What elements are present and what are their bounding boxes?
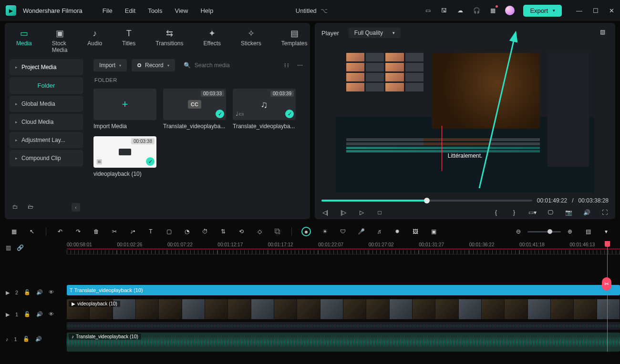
preview-viewport[interactable]: Littéralement. <box>336 41 594 192</box>
tab-stock[interactable]: ▣Stock Media <box>52 29 68 53</box>
mark-in-button[interactable]: { <box>492 209 500 216</box>
mute-icon[interactable]: 🔊 <box>36 289 43 296</box>
view-mode-icon[interactable]: ▤ <box>584 227 592 236</box>
marker-tool-icon[interactable]: ✹ <box>393 227 402 236</box>
zoom-in-button[interactable]: ⊕ <box>566 227 574 236</box>
quality-selector[interactable]: Full Quality▾ <box>349 28 401 38</box>
headphones-icon[interactable]: 🎧 <box>473 7 480 14</box>
import-button[interactable]: Import▾ <box>93 59 127 71</box>
next-frame-button[interactable]: |▷ <box>340 209 347 216</box>
prev-frame-button[interactable]: ◁| <box>321 209 329 216</box>
sidebar-global-media[interactable]: ▸Global Media <box>10 96 83 112</box>
camera-icon[interactable]: 📷 <box>565 209 572 216</box>
scrub-knob[interactable] <box>424 198 430 203</box>
volume-icon[interactable]: 🔊 <box>583 209 590 216</box>
fullscreen-icon[interactable]: ⛶ <box>601 209 609 216</box>
stop-button[interactable]: □ <box>376 209 383 216</box>
undo-button[interactable]: ↶ <box>56 227 64 236</box>
tab-media[interactable]: ▭Media <box>16 29 32 53</box>
video-clip[interactable]: ▶videoplayback (10) <box>67 299 620 319</box>
minimize-button[interactable]: — <box>576 7 582 14</box>
track-header-audio[interactable]: ♪1 🔓 🔊 <box>0 327 67 352</box>
media-card[interactable]: ▣00:03:38✓ videoplayback (10) <box>93 136 156 177</box>
tab-effects[interactable]: ✦Effects <box>204 29 221 53</box>
grid-icon[interactable]: ▦ <box>10 227 18 236</box>
sidebar-compound-clip[interactable]: ▸Compound Clip <box>10 150 83 166</box>
delete-button[interactable]: 🗑 <box>92 227 101 236</box>
menu-help[interactable]: Help <box>200 7 213 14</box>
tab-titles[interactable]: TTitles <box>122 29 135 53</box>
menu-tools[interactable]: Tools <box>148 7 162 14</box>
speed-tool-icon[interactable]: ◔ <box>183 227 191 236</box>
mark-out-button[interactable]: } <box>510 209 518 216</box>
mic-icon[interactable]: 🎤 <box>357 227 365 236</box>
settings-dot-icon[interactable]: ▾ <box>602 227 610 236</box>
folder-icon[interactable]: 🗁 <box>28 203 35 211</box>
collapse-sidebar-button[interactable]: ‹ <box>72 203 80 212</box>
maximize-button[interactable]: ☐ <box>593 7 599 14</box>
media-card[interactable]: CC00:03:33✓ Translate_videoplayba... <box>163 89 226 130</box>
cut-handle[interactable]: ✂ <box>602 277 611 291</box>
audio-edit-icon[interactable]: ♬ <box>375 227 383 236</box>
text-tool-icon[interactable]: T <box>146 227 155 236</box>
menu-edit[interactable]: Edit <box>125 7 135 14</box>
playhead[interactable] <box>607 241 608 352</box>
timeline-tracks[interactable]: 00:00:58:01 00:01:02:26 00:01:07:22 00:0… <box>67 241 620 352</box>
lock-icon[interactable]: 🔓 <box>23 336 30 343</box>
ratio-button[interactable]: ▭▾ <box>528 209 536 216</box>
adjust-icon[interactable]: ⇅ <box>219 227 227 236</box>
link-tracks-icon[interactable]: 🔗 <box>17 244 24 251</box>
music-tool-icon[interactable]: ♪• <box>128 227 137 236</box>
shield-icon[interactable]: 🛡 <box>339 227 347 236</box>
lock-icon[interactable]: 🔓 <box>24 311 31 318</box>
zoom-slider[interactable] <box>527 231 561 233</box>
sidebar-cloud-media[interactable]: ▸Cloud Media <box>10 114 83 130</box>
close-button[interactable]: ✕ <box>609 7 614 14</box>
play-button[interactable]: ▷ <box>358 209 365 216</box>
mute-icon[interactable]: 🔊 <box>35 336 42 343</box>
search-field[interactable]: 🔍 <box>180 62 278 69</box>
crop-tool-icon[interactable]: ▢ <box>165 227 173 236</box>
media-card[interactable]: ♫♩▭00:03:39✓ Translate_videoplayba... <box>233 89 296 130</box>
layers-icon[interactable]: ▥ <box>6 244 11 251</box>
menu-view[interactable]: View <box>175 7 188 14</box>
mute-icon[interactable]: 🔊 <box>36 311 43 318</box>
split-button[interactable]: ✂ <box>110 227 119 236</box>
color-icon[interactable]: ☀ <box>320 227 329 236</box>
cloud-icon[interactable]: ☁ <box>456 7 464 14</box>
new-folder-icon[interactable]: 🗀 <box>12 203 20 211</box>
track-header-video[interactable]: ▶1 🔓 🔊 👁 <box>0 302 67 327</box>
sidebar-project-media[interactable]: ▸Project Media <box>10 59 83 75</box>
visibility-icon[interactable]: 👁 <box>49 289 55 296</box>
sidebar-folder[interactable]: Folder <box>10 77 83 94</box>
export-button[interactable]: Export ▾ <box>523 5 562 17</box>
subtitle-clip[interactable]: T Translate_videoplayback (10) <box>67 285 620 295</box>
filter-icon[interactable]: ⫶⫶ <box>282 61 291 70</box>
picture-icon[interactable]: 🖼 <box>411 227 420 236</box>
display-button[interactable]: 🖵 <box>547 209 554 216</box>
tab-stickers[interactable]: ✧Stickers <box>241 29 261 53</box>
zoom-knob[interactable] <box>548 229 552 234</box>
track-header-sub[interactable]: ▶2 🔓 🔊 👁 <box>0 283 67 302</box>
cursor-icon[interactable]: ↖ <box>28 227 36 236</box>
tab-templates[interactable]: ▤Templates <box>281 29 308 53</box>
import-media-card[interactable]: + Import Media <box>93 89 156 130</box>
visibility-icon[interactable]: 👁 <box>49 311 55 318</box>
save-icon[interactable]: 🖫 <box>440 7 448 14</box>
sidebar-adjustment-layer[interactable]: ▸Adjustment Lay... <box>10 132 83 148</box>
link-icon[interactable]: ⟲ <box>237 227 246 236</box>
apps-icon[interactable]: ▦ <box>489 7 496 14</box>
zoom-out-button[interactable]: ⊖ <box>514 227 523 236</box>
menu-file[interactable]: File <box>103 7 113 14</box>
group-icon[interactable]: ⿻ <box>273 227 282 236</box>
time-ruler[interactable]: 00:00:58:01 00:01:02:26 00:01:07:22 00:0… <box>67 241 620 254</box>
device-icon[interactable]: ▭ <box>424 7 432 14</box>
ai-tool-icon[interactable]: ☻ <box>301 227 311 236</box>
tab-transitions[interactable]: ⇆Transitions <box>155 29 183 53</box>
user-avatar[interactable] <box>505 6 515 15</box>
audio-clip[interactable]: ♪Translate_videoplayback (10) <box>67 333 620 352</box>
snapshot-icon[interactable]: ▧ <box>600 29 609 37</box>
record-button[interactable]: Record▾ <box>132 59 175 71</box>
keyframe-icon[interactable]: ◇ <box>255 227 264 236</box>
mask-icon[interactable]: ▣ <box>429 227 438 236</box>
